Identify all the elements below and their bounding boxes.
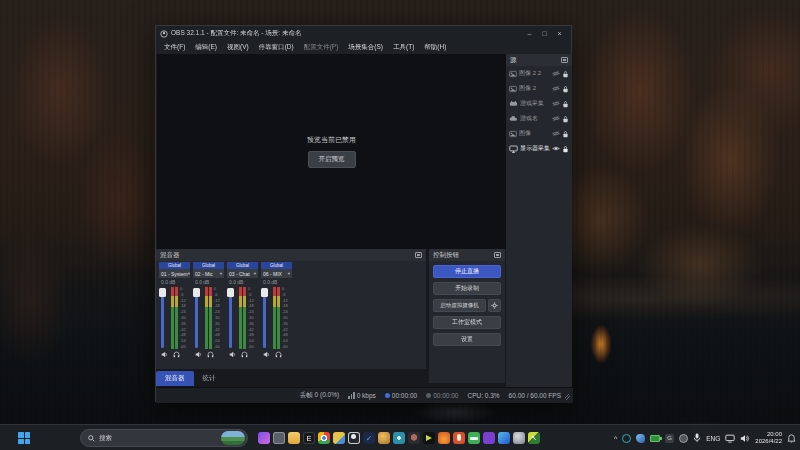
minimize-button[interactable]: – (522, 27, 537, 40)
source-row[interactable]: 图像 2 2 (506, 66, 572, 81)
volume-fader[interactable] (195, 288, 198, 348)
monitor-icon[interactable] (725, 434, 735, 443)
channel-name-dropdown[interactable]: 02 - Mic ▾ (193, 269, 224, 278)
speaker-icon[interactable] (740, 434, 750, 443)
taskbar-profile-app-icon[interactable] (408, 432, 420, 444)
eye-slash-icon[interactable] (552, 130, 560, 137)
speaker-icon[interactable] (161, 351, 168, 358)
close-button[interactable]: × (552, 27, 567, 40)
titlebar[interactable]: OBS 32.1.1 - 配置文件: 未命名 - 场景: 未命名 – □ × (156, 26, 571, 41)
lock-icon[interactable] (562, 85, 569, 93)
fader-handle[interactable] (193, 288, 200, 297)
taskbar-game-app-icon[interactable] (423, 432, 435, 444)
eye-slash-icon[interactable] (552, 115, 560, 122)
maximize-button[interactable]: □ (537, 27, 552, 40)
enable-preview-button[interactable]: 开启预览 (308, 151, 356, 168)
channel-name-dropdown[interactable]: 01 - System ▾ (159, 269, 190, 278)
tray-bird-icon[interactable] (636, 434, 645, 443)
volume-fader[interactable] (229, 288, 232, 348)
speaker-icon[interactable] (263, 351, 270, 358)
tray-obs-icon[interactable] (622, 434, 631, 443)
language-indicator[interactable]: ENG (706, 435, 720, 442)
tray-settings-icon[interactable] (679, 434, 688, 443)
lock-icon[interactable] (562, 100, 569, 108)
channel-name-dropdown[interactable]: 03 - Chat ▾ (227, 269, 258, 278)
menu-edit[interactable]: 编辑(E) (190, 43, 222, 52)
taskbar-chrome-icon[interactable] (318, 432, 330, 444)
source-row[interactable]: 游戏名 (506, 111, 572, 126)
lock-icon[interactable] (562, 130, 569, 138)
eye-slash-icon[interactable] (552, 70, 560, 77)
taskbar-banner-app-icon[interactable] (468, 432, 480, 444)
lock-icon[interactable] (562, 70, 569, 78)
source-row[interactable]: 游戏采集 (506, 96, 572, 111)
menu-view[interactable]: 视图(V) (222, 43, 254, 52)
headphones-icon[interactable] (173, 351, 180, 358)
start-virtual-camera-button[interactable]: 启动虚拟摄像机 (433, 299, 486, 312)
settings-button[interactable]: 设置 (433, 333, 501, 346)
menu-help[interactable]: 帮助(H) (419, 43, 451, 52)
dock-options-icon[interactable] (494, 252, 501, 258)
start-button[interactable] (18, 432, 30, 444)
taskbar-check-app-icon[interactable]: ✓ (363, 432, 375, 444)
taskbar-coin-app-icon[interactable] (378, 432, 390, 444)
source-row[interactable]: 图像 2 (506, 81, 572, 96)
taskbar-clock[interactable]: 20:00 2026/4/22 (755, 431, 782, 446)
dock-options-icon[interactable] (561, 57, 568, 63)
channel-name-dropdown[interactable]: 06 - MIX ▾ (261, 269, 292, 278)
taskbar-bird-app-icon[interactable] (498, 432, 510, 444)
microphone-icon[interactable] (693, 433, 701, 443)
stop-streaming-button[interactable]: 停止直播 (433, 265, 501, 278)
fader-handle[interactable] (227, 288, 234, 297)
eye-icon[interactable] (552, 145, 560, 152)
taskbar-sphere-app-icon[interactable] (513, 432, 525, 444)
taskbar-obs-icon[interactable] (348, 432, 360, 444)
fader-handle[interactable] (261, 288, 268, 297)
taskbar-purple-app-icon[interactable] (483, 432, 495, 444)
speaker-icon[interactable] (195, 351, 202, 358)
volume-fader[interactable] (263, 288, 266, 348)
taskbar-media-player-icon[interactable] (273, 432, 285, 444)
image-icon (509, 130, 517, 138)
search-input[interactable]: 搜索 (80, 429, 248, 447)
source-row[interactable]: 显示器采集 (506, 141, 572, 156)
taskbar-photos-icon[interactable] (258, 432, 270, 444)
menu-docks[interactable]: 停靠窗口(D) (254, 43, 299, 52)
resize-grip[interactable] (563, 393, 570, 400)
tray-key-icon[interactable]: G (665, 434, 674, 443)
eye-slash-icon[interactable] (552, 100, 560, 107)
tray-chevron-up-icon[interactable]: ^ (614, 435, 617, 442)
lock-icon[interactable] (562, 115, 569, 123)
virtual-camera-settings-button[interactable] (488, 299, 501, 312)
dock-options-icon[interactable] (415, 252, 422, 258)
eye-slash-icon[interactable] (552, 85, 560, 92)
source-row[interactable]: 图像 (506, 126, 572, 141)
taskbar-creative-app-icon[interactable] (453, 432, 465, 444)
fader-handle[interactable] (159, 288, 166, 297)
volume-fader[interactable] (161, 288, 164, 348)
chevron-down-icon: ▾ (254, 271, 256, 276)
taskbar-file-explorer-icon[interactable] (288, 432, 300, 444)
tab-mixer[interactable]: 混音器 (156, 371, 194, 386)
studio-mode-button[interactable]: 工作室模式 (433, 316, 501, 329)
taskbar-flame-app-icon[interactable] (438, 432, 450, 444)
lock-icon[interactable] (562, 145, 569, 153)
tab-stats[interactable]: 统计 (194, 371, 225, 386)
menu-scene-collection[interactable]: 场景集合(S) (343, 43, 388, 52)
tray-battery-icon[interactable] (650, 435, 660, 442)
menu-file[interactable]: 文件(F) (159, 43, 190, 52)
taskbar-clock-app-icon[interactable] (393, 432, 405, 444)
headphones-icon[interactable] (275, 351, 282, 358)
menu-profile[interactable]: 配置文件(P) (299, 43, 344, 52)
taskbar-files-app-icon[interactable] (333, 432, 345, 444)
taskbar-video-app-icon[interactable]: E (303, 432, 315, 444)
headphones-icon[interactable] (207, 351, 214, 358)
search-highlight-thumbnail[interactable] (221, 431, 245, 445)
menu-tools[interactable]: 工具(T) (388, 43, 419, 52)
headphones-icon[interactable] (241, 351, 248, 358)
start-recording-button[interactable]: 开始录制 (433, 282, 501, 295)
obs-logo-icon (160, 30, 168, 38)
taskbar-strategy-game-icon[interactable]: ↖ (528, 432, 540, 444)
speaker-icon[interactable] (229, 351, 236, 358)
notification-bell-icon[interactable] (787, 433, 796, 443)
